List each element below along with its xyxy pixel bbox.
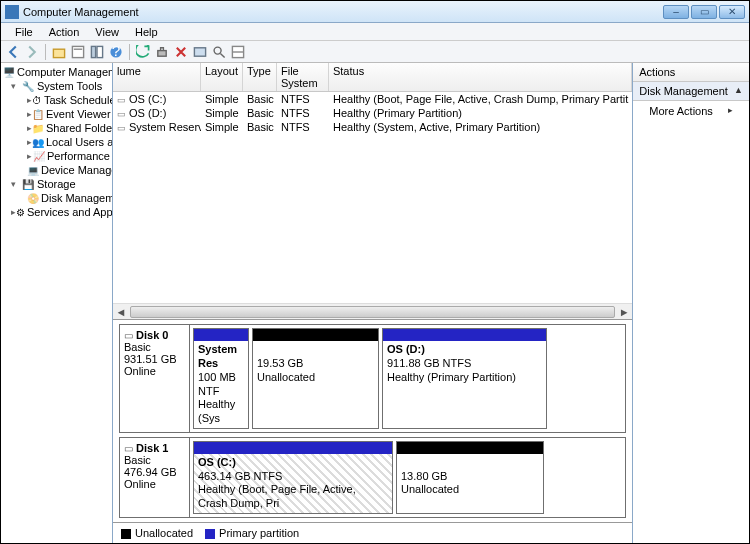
maximize-button[interactable]: ▭	[691, 5, 717, 19]
volume-row[interactable]: ▭ OS (C:)SimpleBasicNTFSHealthy (Boot, P…	[113, 92, 632, 106]
tree-task-scheduler[interactable]: ▸⏱Task Scheduler	[1, 93, 112, 107]
tree-system-tools[interactable]: ▾🔧System Tools	[1, 79, 112, 93]
up-icon[interactable]	[51, 44, 67, 60]
tree-disk-management[interactable]: 📀Disk Management	[1, 191, 112, 205]
volume-list: lume Layout Type File System Status ▭ OS…	[113, 63, 632, 303]
refresh-icon[interactable]	[135, 44, 151, 60]
partition-text: 13.80 GBUnallocated	[397, 454, 543, 499]
volume-name: ▭ OS (C:)	[113, 92, 201, 106]
volume-row[interactable]: ▭ System Reserved (F:)SimpleBasicNTFSHea…	[113, 120, 632, 134]
tree-services[interactable]: ▸⚙Services and Applications	[1, 205, 112, 219]
volume-status: Healthy (System, Active, Primary Partiti…	[329, 120, 632, 134]
tree-label: Computer Management (Local	[17, 66, 113, 78]
actions-more[interactable]: More Actions ▸	[633, 101, 749, 121]
toolbar-divider	[129, 44, 130, 60]
show-hide-icon[interactable]	[89, 44, 105, 60]
close-button[interactable]: ✕	[719, 5, 745, 19]
tree-label: Performance	[47, 150, 110, 162]
partition[interactable]: System Res100 MB NTFHealthy (Sys	[193, 328, 249, 429]
menu-file[interactable]: File	[7, 26, 41, 38]
tree-label: Disk Management	[41, 192, 113, 204]
partition-stripe	[194, 442, 392, 454]
svg-text:?: ?	[112, 45, 121, 59]
scroll-left-icon[interactable]: ◄	[113, 306, 129, 318]
partition-stripe	[397, 442, 543, 454]
tree-label: System Tools	[37, 80, 102, 92]
partition-text: OS (C:)463.14 GB NTFSHealthy (Boot, Page…	[194, 454, 392, 513]
col-volume[interactable]: lume	[113, 63, 201, 91]
actions-section[interactable]: Disk Management ▲	[633, 82, 749, 101]
tree-local-users[interactable]: ▸👥Local Users and Groups	[1, 135, 112, 149]
legend-unallocated: Unallocated	[121, 527, 193, 539]
tree-pane: 🖥️Computer Management (Local ▾🔧System To…	[1, 63, 113, 543]
legend-primary: Primary partition	[205, 527, 299, 539]
svg-rect-4	[97, 46, 103, 57]
legend: Unallocated Primary partition	[113, 522, 632, 543]
tree-label: Shared Folders	[46, 122, 113, 134]
back-icon[interactable]	[5, 44, 21, 60]
delete-icon[interactable]	[173, 44, 189, 60]
minimize-button[interactable]: –	[663, 5, 689, 19]
volume-layout: Simple	[201, 106, 243, 120]
disk-info[interactable]: ▭ Disk 0Basic931.51 GBOnline	[120, 325, 190, 432]
partition[interactable]: OS (C:)463.14 GB NTFSHealthy (Boot, Page…	[193, 441, 393, 514]
svg-rect-3	[91, 46, 95, 57]
disk-partitions: OS (C:)463.14 GB NTFSHealthy (Boot, Page…	[190, 438, 625, 517]
scroll-right-icon[interactable]: ►	[616, 306, 632, 318]
tree-event-viewer[interactable]: ▸📋Event Viewer	[1, 107, 112, 121]
partition[interactable]: 13.80 GBUnallocated	[396, 441, 544, 514]
partition[interactable]: OS (D:)911.88 GB NTFSHealthy (Primary Pa…	[382, 328, 547, 429]
tree-shared-folders[interactable]: ▸📁Shared Folders	[1, 121, 112, 135]
chevron-right-icon: ▸	[728, 105, 733, 117]
list-scrollbar[interactable]: ◄ ►	[113, 303, 632, 319]
col-filesystem[interactable]: File System	[277, 63, 329, 91]
menu-action[interactable]: Action	[41, 26, 88, 38]
col-type[interactable]: Type	[243, 63, 277, 91]
tree-label: Task Scheduler	[44, 94, 113, 106]
partition-stripe	[194, 329, 248, 341]
volume-status: Healthy (Boot, Page File, Active, Crash …	[329, 92, 632, 106]
volume-fs: NTFS	[277, 120, 329, 134]
volume-layout: Simple	[201, 92, 243, 106]
svg-rect-8	[194, 47, 205, 55]
disk-icon: ▭	[124, 443, 133, 454]
col-status[interactable]: Status	[329, 63, 632, 91]
tree-storage[interactable]: ▾💾Storage	[1, 177, 112, 191]
disk-info[interactable]: ▭ Disk 1Basic476.94 GBOnline	[120, 438, 190, 517]
disk-row: ▭ Disk 1Basic476.94 GBOnlineOS (C:)463.1…	[119, 437, 626, 518]
settings-icon[interactable]	[154, 44, 170, 60]
col-layout[interactable]: Layout	[201, 63, 243, 91]
tree-device-manager[interactable]: 💻Device Manager	[1, 163, 112, 177]
partition-text: 19.53 GBUnallocated	[253, 341, 378, 386]
svg-rect-0	[53, 49, 64, 57]
app-icon	[5, 5, 19, 19]
scroll-thumb[interactable]	[130, 306, 615, 318]
disk-row: ▭ Disk 0Basic931.51 GBOnlineSystem Res10…	[119, 324, 626, 433]
help-icon[interactable]: ?	[108, 44, 124, 60]
titlebar[interactable]: Computer Management – ▭ ✕	[1, 1, 749, 23]
find-icon[interactable]	[211, 44, 227, 60]
menu-help[interactable]: Help	[127, 26, 166, 38]
actions-pane: Actions Disk Management ▲ More Actions ▸	[633, 63, 749, 543]
disk-partitions: System Res100 MB NTFHealthy (Sys19.53 GB…	[190, 325, 625, 432]
volume-status: Healthy (Primary Partition)	[329, 106, 632, 120]
svg-point-9	[214, 47, 221, 54]
volume-type: Basic	[243, 92, 277, 106]
volume-fs: NTFS	[277, 92, 329, 106]
action-icon[interactable]	[192, 44, 208, 60]
volume-type: Basic	[243, 120, 277, 134]
partition-stripe	[383, 329, 546, 341]
partition[interactable]: 19.53 GBUnallocated	[252, 328, 379, 429]
disk-icon: ▭	[124, 330, 133, 341]
volume-name: ▭ System Reserved (F:)	[113, 120, 201, 134]
tree-label: Device Manager	[41, 164, 113, 176]
menu-view[interactable]: View	[87, 26, 127, 38]
center-pane: lume Layout Type File System Status ▭ OS…	[113, 63, 633, 543]
properties-icon[interactable]	[70, 44, 86, 60]
volume-row[interactable]: ▭ OS (D:)SimpleBasicNTFSHealthy (Primary…	[113, 106, 632, 120]
list-icon[interactable]	[230, 44, 246, 60]
tree-root[interactable]: 🖥️Computer Management (Local	[1, 65, 112, 79]
volume-fs: NTFS	[277, 106, 329, 120]
forward-icon[interactable]	[24, 44, 40, 60]
tree-performance[interactable]: ▸📈Performance	[1, 149, 112, 163]
